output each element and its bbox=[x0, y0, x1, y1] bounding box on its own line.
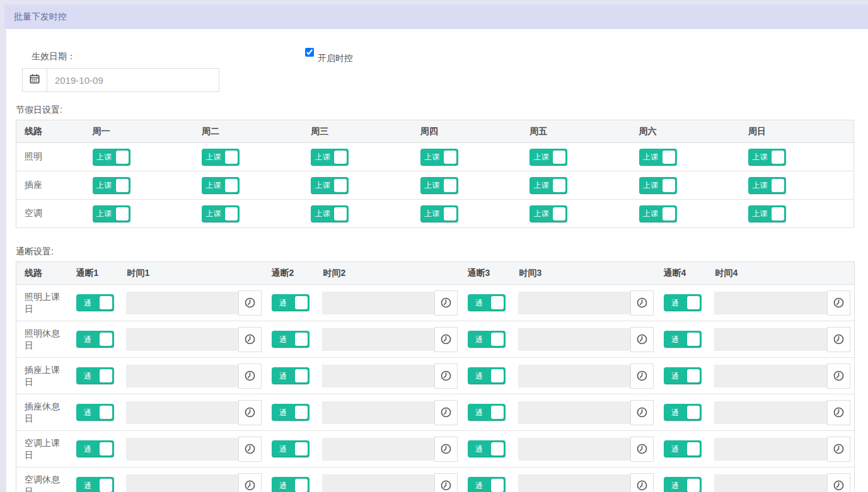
clock-button[interactable] bbox=[827, 437, 850, 462]
on-toggle[interactable]: 通 bbox=[272, 477, 310, 492]
on-toggle[interactable]: 通 bbox=[76, 367, 114, 384]
class-toggle[interactable]: 上课 bbox=[311, 177, 349, 194]
time-input[interactable] bbox=[322, 328, 434, 351]
class-toggle[interactable]: 上课 bbox=[202, 177, 240, 194]
on-toggle[interactable]: 通 bbox=[664, 440, 702, 457]
on-toggle[interactable]: 通 bbox=[272, 404, 310, 421]
clock-button[interactable] bbox=[238, 290, 262, 316]
enable-time-control-label[interactable]: 开启时控 bbox=[318, 53, 353, 64]
time-input[interactable] bbox=[518, 401, 630, 424]
on-toggle[interactable]: 通 bbox=[272, 367, 310, 384]
time-input[interactable] bbox=[714, 438, 828, 461]
time-input[interactable] bbox=[126, 292, 238, 314]
clock-button[interactable] bbox=[630, 473, 654, 492]
time-input[interactable] bbox=[126, 401, 238, 424]
time-input[interactable] bbox=[518, 365, 630, 387]
time-input[interactable] bbox=[714, 474, 828, 492]
time-input[interactable] bbox=[714, 328, 828, 351]
class-toggle[interactable]: 上课 bbox=[420, 177, 458, 194]
clock-button[interactable] bbox=[238, 327, 262, 352]
clock-button[interactable] bbox=[434, 363, 458, 389]
on-toggle[interactable]: 通 bbox=[468, 294, 506, 311]
class-toggle[interactable]: 上课 bbox=[748, 177, 786, 194]
clock-button[interactable] bbox=[630, 400, 654, 425]
class-toggle[interactable]: 上课 bbox=[202, 205, 240, 222]
time-input[interactable] bbox=[518, 292, 630, 314]
clock-icon bbox=[244, 406, 256, 418]
class-toggle[interactable]: 上课 bbox=[93, 205, 130, 222]
on-toggle[interactable]: 通 bbox=[468, 331, 506, 348]
clock-button[interactable] bbox=[827, 473, 850, 492]
calendar-button[interactable] bbox=[23, 69, 47, 91]
on-toggle[interactable]: 通 bbox=[664, 477, 702, 492]
class-toggle[interactable]: 上课 bbox=[529, 205, 567, 222]
class-toggle[interactable]: 上课 bbox=[639, 205, 677, 222]
on-toggle[interactable]: 通 bbox=[664, 404, 702, 421]
class-toggle[interactable]: 上课 bbox=[93, 177, 130, 194]
time-input[interactable] bbox=[126, 365, 238, 387]
time-input[interactable] bbox=[126, 438, 238, 461]
clock-button[interactable] bbox=[238, 400, 262, 425]
class-toggle[interactable]: 上课 bbox=[748, 205, 786, 222]
time-input[interactable] bbox=[518, 474, 630, 492]
clock-button[interactable] bbox=[434, 327, 458, 352]
clock-button[interactable] bbox=[434, 400, 458, 425]
time-input[interactable] bbox=[518, 438, 630, 461]
class-toggle[interactable]: 上课 bbox=[420, 205, 458, 222]
time-input[interactable] bbox=[714, 365, 828, 387]
clock-button[interactable] bbox=[827, 363, 850, 389]
on-toggle[interactable]: 通 bbox=[272, 294, 310, 311]
on-toggle[interactable]: 通 bbox=[272, 331, 310, 348]
class-toggle[interactable]: 上课 bbox=[639, 149, 677, 166]
class-toggle[interactable]: 上课 bbox=[639, 177, 677, 194]
enable-time-control-checkbox[interactable] bbox=[305, 48, 314, 57]
on-toggle[interactable]: 通 bbox=[76, 331, 114, 348]
on-toggle[interactable]: 通 bbox=[76, 477, 114, 492]
time-input[interactable] bbox=[126, 474, 238, 492]
class-toggle[interactable]: 上课 bbox=[202, 149, 240, 166]
on-toggle[interactable]: 通 bbox=[272, 440, 310, 457]
class-toggle[interactable]: 上课 bbox=[93, 149, 130, 166]
clock-button[interactable] bbox=[434, 473, 458, 492]
time-input[interactable] bbox=[518, 328, 630, 351]
on-toggle[interactable]: 通 bbox=[664, 367, 702, 384]
on-toggle[interactable]: 通 bbox=[664, 294, 702, 311]
clock-icon bbox=[440, 406, 452, 418]
time-input[interactable] bbox=[322, 292, 434, 314]
clock-button[interactable] bbox=[827, 400, 850, 425]
clock-button[interactable] bbox=[434, 437, 458, 462]
on-toggle[interactable]: 通 bbox=[468, 477, 506, 492]
class-toggle[interactable]: 上课 bbox=[311, 205, 349, 222]
class-toggle[interactable]: 上课 bbox=[529, 149, 567, 166]
clock-button[interactable] bbox=[238, 473, 262, 492]
time-input[interactable] bbox=[714, 401, 828, 424]
time-input[interactable] bbox=[322, 401, 434, 424]
time-input[interactable] bbox=[322, 474, 434, 492]
time-input[interactable] bbox=[322, 365, 434, 387]
class-toggle[interactable]: 上课 bbox=[529, 177, 567, 194]
on-toggle[interactable]: 通 bbox=[76, 294, 114, 311]
time-input[interactable] bbox=[126, 328, 238, 351]
clock-button[interactable] bbox=[827, 327, 850, 352]
clock-button[interactable] bbox=[630, 363, 654, 389]
clock-button[interactable] bbox=[238, 363, 262, 389]
clock-button[interactable] bbox=[630, 437, 654, 462]
on-toggle[interactable]: 通 bbox=[76, 440, 114, 457]
clock-button[interactable] bbox=[630, 290, 654, 316]
clock-button[interactable] bbox=[434, 290, 458, 316]
on-toggle[interactable]: 通 bbox=[468, 404, 506, 421]
class-toggle[interactable]: 上课 bbox=[748, 149, 786, 166]
class-toggle[interactable]: 上课 bbox=[311, 149, 349, 166]
on-toggle[interactable]: 通 bbox=[664, 331, 702, 348]
time-input[interactable] bbox=[322, 438, 434, 461]
effective-date-input[interactable] bbox=[47, 69, 219, 91]
class-toggle[interactable]: 上课 bbox=[420, 149, 458, 166]
clock-button[interactable] bbox=[827, 290, 850, 316]
on-toggle[interactable]: 通 bbox=[76, 404, 114, 421]
time-input[interactable] bbox=[714, 292, 828, 314]
clock-button[interactable] bbox=[630, 327, 654, 352]
on-toggle[interactable]: 通 bbox=[468, 367, 506, 384]
time-field bbox=[714, 327, 851, 352]
on-toggle[interactable]: 通 bbox=[468, 440, 506, 457]
clock-button[interactable] bbox=[238, 437, 262, 462]
